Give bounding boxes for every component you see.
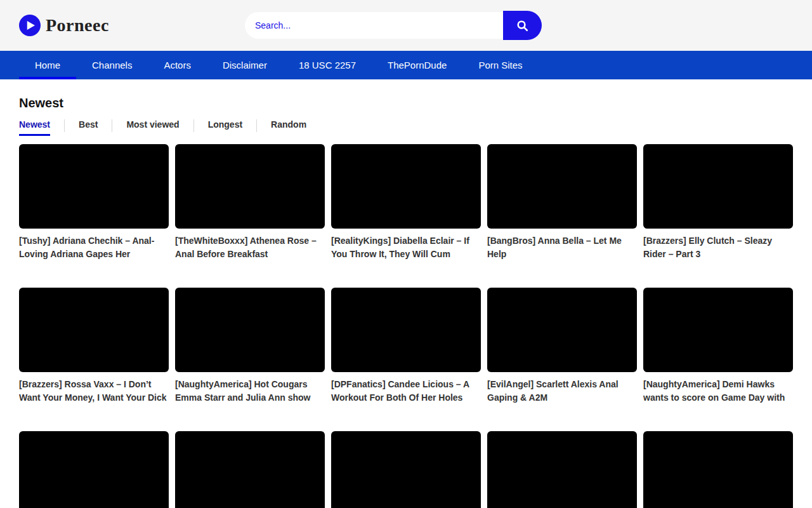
search-button[interactable] bbox=[503, 11, 542, 40]
nav-item-channels[interactable]: Channels bbox=[76, 51, 148, 79]
page-title: Newest bbox=[19, 96, 793, 110]
site-header: Porneec bbox=[0, 0, 812, 51]
video-card[interactable]: [NaughtyAmerica] Demi Hawks wants to sco… bbox=[643, 288, 793, 404]
video-thumbnail[interactable] bbox=[19, 144, 169, 229]
nav-item-disclaimer[interactable]: Disclaimer bbox=[207, 51, 283, 79]
video-thumbnail[interactable] bbox=[175, 144, 325, 229]
video-card[interactable]: [Brazzers] Rossa Vaxx – I Don’t Want You… bbox=[19, 288, 169, 404]
video-card[interactable]: [BangBros] Anna Bella – Let Me Help bbox=[487, 144, 637, 261]
site-logo[interactable]: Porneec bbox=[19, 15, 109, 36]
video-title[interactable]: [TheWhiteBoxxx] Athenea Rose – Anal Befo… bbox=[175, 234, 325, 261]
video-card[interactable]: [Brazzers] Elly Clutch – Sleazy Rider – … bbox=[643, 144, 793, 261]
video-card[interactable]: [Tushy] Adriana Chechik – Anal-Loving Ad… bbox=[19, 144, 169, 261]
video-thumbnail[interactable] bbox=[487, 288, 637, 372]
video-grid: [Tushy] Adriana Chechik – Anal-Loving Ad… bbox=[19, 144, 793, 508]
tab-most-viewed[interactable]: Most viewed bbox=[126, 119, 179, 136]
video-title[interactable]: [EvilAngel] Scarlett Alexis Anal Gaping … bbox=[487, 378, 637, 404]
main-content: Newest Newest Best Most viewed Longest R… bbox=[19, 96, 793, 508]
play-circle-icon bbox=[19, 15, 41, 36]
video-thumbnail[interactable] bbox=[643, 144, 793, 229]
video-card[interactable]: [RealityKings] Diabella Eclair – If You … bbox=[331, 144, 481, 261]
nav-item-actors[interactable]: Actors bbox=[148, 51, 207, 79]
video-thumbnail[interactable] bbox=[175, 431, 325, 508]
main-nav: Home Channels Actors Disclaimer 18 USC 2… bbox=[0, 51, 812, 79]
nav-item-porn-sites[interactable]: Porn Sites bbox=[462, 51, 538, 79]
video-thumbnail[interactable] bbox=[643, 431, 793, 508]
nav-item-18-usc-2257[interactable]: 18 USC 2257 bbox=[283, 51, 372, 79]
video-title[interactable]: [Brazzers] Elly Clutch – Sleazy Rider – … bbox=[643, 234, 793, 261]
video-thumbnail[interactable] bbox=[331, 144, 481, 229]
video-card[interactable]: [NaughtyAmerica] Hot Cougars Emma Starr … bbox=[175, 288, 325, 404]
tab-divider bbox=[256, 119, 257, 132]
video-card[interactable] bbox=[331, 431, 481, 508]
tab-divider bbox=[64, 119, 65, 132]
video-title[interactable]: [NaughtyAmerica] Hot Cougars Emma Starr … bbox=[175, 378, 325, 404]
tab-best[interactable]: Best bbox=[79, 119, 98, 136]
video-title[interactable]: [Tushy] Adriana Chechik – Anal-Loving Ad… bbox=[19, 234, 169, 261]
tab-newest[interactable]: Newest bbox=[19, 119, 50, 136]
video-thumbnail[interactable] bbox=[487, 144, 637, 229]
search-icon bbox=[515, 18, 530, 33]
nav-item-home[interactable]: Home bbox=[19, 51, 76, 79]
video-thumbnail[interactable] bbox=[175, 288, 325, 372]
video-card[interactable]: [DPFanatics] Candee Licious – A Workout … bbox=[331, 288, 481, 404]
video-thumbnail[interactable] bbox=[487, 431, 637, 508]
search-input[interactable] bbox=[245, 12, 503, 39]
tab-random[interactable]: Random bbox=[271, 119, 306, 136]
site-title: Porneec bbox=[46, 15, 109, 36]
tab-divider bbox=[193, 119, 194, 132]
video-thumbnail[interactable] bbox=[19, 431, 169, 508]
video-thumbnail[interactable] bbox=[331, 431, 481, 508]
video-thumbnail[interactable] bbox=[331, 288, 481, 372]
video-title[interactable]: [DPFanatics] Candee Licious – A Workout … bbox=[331, 378, 481, 404]
nav-item-theporndude[interactable]: ThePornDude bbox=[372, 51, 462, 79]
video-thumbnail[interactable] bbox=[643, 288, 793, 372]
video-card[interactable] bbox=[643, 431, 793, 508]
video-title[interactable]: [NaughtyAmerica] Demi Hawks wants to sco… bbox=[643, 378, 793, 404]
video-card[interactable]: [EvilAngel] Scarlett Alexis Anal Gaping … bbox=[487, 288, 637, 404]
video-title[interactable]: [Brazzers] Rossa Vaxx – I Don’t Want You… bbox=[19, 378, 169, 404]
search-form bbox=[245, 11, 542, 40]
tab-divider bbox=[112, 119, 112, 132]
tab-longest[interactable]: Longest bbox=[208, 119, 242, 136]
video-title[interactable]: [RealityKings] Diabella Eclair – If You … bbox=[331, 234, 481, 261]
video-thumbnail[interactable] bbox=[19, 288, 169, 372]
video-card[interactable] bbox=[175, 431, 325, 508]
video-title[interactable]: [BangBros] Anna Bella – Let Me Help bbox=[487, 234, 637, 261]
video-card[interactable] bbox=[19, 431, 169, 508]
sort-tabs: Newest Best Most viewed Longest Random bbox=[19, 119, 793, 136]
video-card[interactable] bbox=[487, 431, 637, 508]
video-card[interactable]: [TheWhiteBoxxx] Athenea Rose – Anal Befo… bbox=[175, 144, 325, 261]
